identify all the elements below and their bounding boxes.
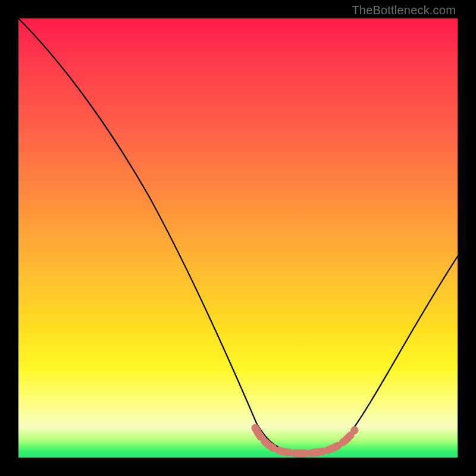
- curve-layer: [18, 18, 458, 458]
- watermark-text: TheBottleneck.com: [352, 4, 456, 17]
- chart-frame: TheBottleneck.com: [0, 0, 476, 476]
- bottleneck-curve: [18, 18, 458, 452]
